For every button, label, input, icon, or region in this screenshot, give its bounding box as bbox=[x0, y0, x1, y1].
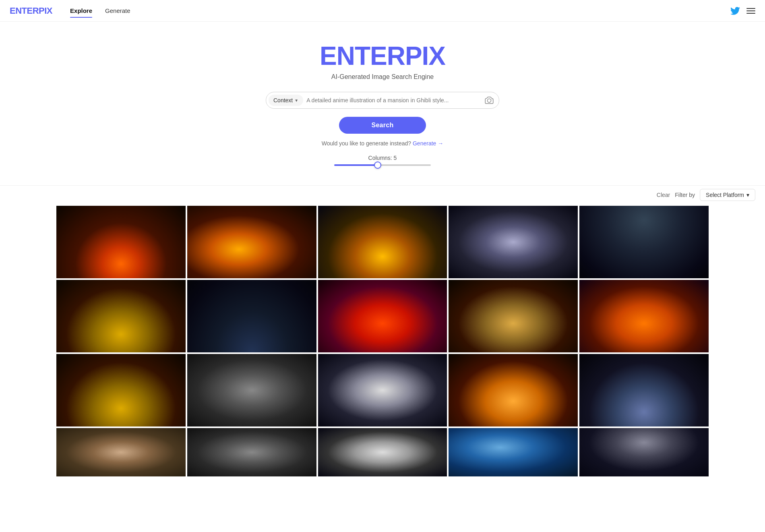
grid-item[interactable] bbox=[449, 280, 578, 352]
nav-explore[interactable]: Explore bbox=[65, 5, 97, 17]
grid-item[interactable] bbox=[449, 428, 578, 476]
platform-select-dropdown[interactable]: Select Platform ▾ bbox=[700, 189, 755, 201]
grid-item[interactable] bbox=[56, 206, 186, 278]
grid-item[interactable] bbox=[449, 206, 578, 278]
image-placeholder bbox=[449, 280, 578, 352]
grid-item[interactable] bbox=[579, 354, 709, 426]
grid-item[interactable] bbox=[318, 280, 447, 352]
grid-item[interactable] bbox=[449, 354, 578, 426]
image-placeholder bbox=[579, 206, 709, 278]
platform-select-label: Select Platform bbox=[706, 192, 744, 198]
grid-item[interactable] bbox=[318, 206, 447, 278]
grid-item[interactable] bbox=[579, 428, 709, 476]
search-bar-container: Context ▼ bbox=[266, 92, 499, 109]
hero-title: ENTERPIX bbox=[320, 41, 445, 71]
image-placeholder bbox=[579, 428, 709, 476]
image-placeholder bbox=[56, 206, 186, 278]
logo-blue: PIX bbox=[39, 6, 52, 16]
image-placeholder bbox=[449, 206, 578, 278]
twitter-icon[interactable] bbox=[730, 6, 740, 16]
nav-logo[interactable]: ENTERPIX bbox=[10, 6, 52, 16]
image-placeholder bbox=[318, 428, 447, 476]
navbar: ENTERPIX Explore Generate bbox=[0, 0, 765, 22]
search-input[interactable] bbox=[303, 95, 484, 105]
grid-item[interactable] bbox=[318, 354, 447, 426]
hero-subtitle: AI-Generated Image Search Engine bbox=[331, 73, 434, 81]
generate-link[interactable]: Generate → bbox=[413, 140, 443, 147]
grid-item[interactable] bbox=[187, 354, 316, 426]
columns-slider[interactable] bbox=[334, 164, 431, 166]
filter-by-label: Filter by bbox=[675, 192, 695, 198]
filter-row: Clear Filter by Select Platform ▾ bbox=[0, 185, 765, 206]
grid-item[interactable] bbox=[318, 428, 447, 476]
image-placeholder bbox=[318, 206, 447, 278]
nav-links: Explore Generate bbox=[65, 5, 135, 17]
context-dropdown-button[interactable]: Context ▼ bbox=[269, 95, 303, 106]
chevron-down-icon: ▼ bbox=[294, 98, 298, 103]
image-placeholder bbox=[56, 354, 186, 426]
image-placeholder bbox=[187, 354, 316, 426]
platform-chevron-icon: ▾ bbox=[746, 192, 749, 198]
grid-item[interactable] bbox=[56, 280, 186, 352]
columns-row: Columns: 5 bbox=[334, 155, 431, 166]
search-button[interactable]: Search bbox=[339, 117, 426, 134]
image-placeholder bbox=[187, 206, 316, 278]
nav-right bbox=[730, 6, 755, 16]
grid-item[interactable] bbox=[187, 206, 316, 278]
image-placeholder bbox=[56, 280, 186, 352]
clear-button[interactable]: Clear bbox=[657, 192, 670, 198]
generate-prompt: Would you like to generate instead? Gene… bbox=[322, 140, 444, 147]
grid-item[interactable] bbox=[579, 206, 709, 278]
grid-item[interactable] bbox=[187, 280, 316, 352]
camera-icon[interactable] bbox=[484, 95, 494, 105]
hero-section: ENTERPIX AI-Generated Image Search Engin… bbox=[0, 22, 765, 185]
nav-generate[interactable]: Generate bbox=[100, 5, 135, 17]
context-label: Context bbox=[273, 97, 293, 104]
image-placeholder bbox=[579, 354, 709, 426]
grid-item[interactable] bbox=[56, 354, 186, 426]
logo-black: ENTER bbox=[10, 6, 39, 16]
hero-title-black: ENTER bbox=[320, 41, 405, 70]
image-placeholder bbox=[318, 354, 447, 426]
hero-title-blue: PIX bbox=[405, 41, 445, 70]
image-placeholder bbox=[187, 428, 316, 476]
image-placeholder bbox=[318, 280, 447, 352]
columns-label: Columns: 5 bbox=[368, 155, 397, 161]
hamburger-menu-icon[interactable] bbox=[746, 6, 755, 15]
image-placeholder bbox=[56, 428, 186, 476]
grid-item[interactable] bbox=[579, 280, 709, 352]
grid-item[interactable] bbox=[56, 428, 186, 476]
image-placeholder bbox=[579, 280, 709, 352]
image-placeholder bbox=[449, 428, 578, 476]
image-placeholder bbox=[449, 354, 578, 426]
image-grid bbox=[0, 206, 765, 476]
image-placeholder bbox=[187, 280, 316, 352]
grid-item[interactable] bbox=[187, 428, 316, 476]
